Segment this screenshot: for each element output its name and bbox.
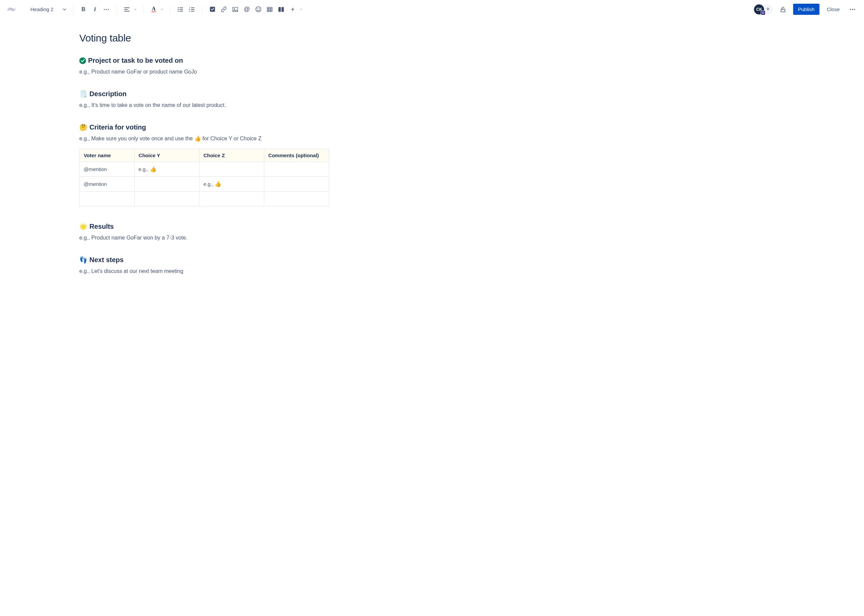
bullet-list-button[interactable]: [175, 4, 186, 15]
link-icon: [221, 6, 227, 13]
notepad-icon: 🗒️: [79, 91, 87, 97]
svg-point-1: [106, 9, 107, 10]
section-body-results[interactable]: e.g., Product name GoFar won by a 7-3 vo…: [79, 234, 329, 242]
table-header[interactable]: Choice Z: [199, 149, 264, 162]
table-cell[interactable]: e.g., 👍: [199, 177, 264, 192]
thumbs-up-icon: 👍: [194, 136, 201, 141]
table-row[interactable]: [80, 192, 329, 206]
table-cell[interactable]: [264, 192, 329, 206]
thumbs-up-icon: 👍: [150, 166, 157, 172]
voting-table[interactable]: Voter name Choice Y Choice Z Comments (o…: [79, 149, 329, 206]
close-button[interactable]: Close: [823, 4, 843, 15]
section-heading-project[interactable]: Project or task to be voted on: [79, 57, 329, 64]
section-body-project[interactable]: e.g., Product name GoFar or product name…: [79, 68, 329, 76]
table-cell[interactable]: [80, 192, 135, 206]
section-body-next-steps[interactable]: e.g., Let's discuss at our next team mee…: [79, 267, 329, 275]
table-button[interactable]: [264, 4, 275, 15]
page-title[interactable]: Voting table: [79, 32, 329, 44]
document-body[interactable]: Voting table Project or task to be voted…: [76, 32, 332, 275]
section-heading-criteria[interactable]: 🤔 Criteria for voting: [79, 124, 329, 131]
text-color-dropdown-toggle[interactable]: [159, 4, 165, 15]
svg-point-21: [256, 7, 261, 12]
chevron-down-icon: [300, 8, 302, 11]
restrictions-button[interactable]: [777, 3, 789, 16]
toolbar-separator: [73, 5, 73, 14]
image-icon: [233, 7, 238, 12]
table-cell[interactable]: [199, 162, 264, 177]
svg-point-20: [234, 8, 235, 9]
svg-point-23: [259, 8, 260, 9]
toolbar-separator: [116, 5, 117, 14]
image-button[interactable]: [230, 4, 241, 15]
thumbs-up-icon: 👍: [215, 181, 221, 187]
svg-point-33: [852, 9, 853, 10]
insert-more-toggle[interactable]: [298, 4, 304, 15]
section-heading-text: Criteria for voting: [90, 124, 146, 131]
thinking-face-icon: 🤔: [79, 124, 87, 130]
numbered-list-button[interactable]: 123: [186, 4, 197, 15]
checkbox-icon: [210, 7, 215, 12]
chevron-down-icon: [134, 8, 136, 11]
layouts-button[interactable]: [276, 4, 286, 15]
alignment-dropdown[interactable]: [121, 4, 138, 15]
svg-point-34: [854, 9, 855, 10]
table-row[interactable]: @mention e.g., 👍: [80, 162, 329, 177]
chevron-down-icon: [63, 8, 66, 11]
layouts-icon: [279, 7, 284, 12]
insert-group: @ +: [207, 4, 304, 15]
table-header[interactable]: Voter name: [80, 149, 135, 162]
table-cell[interactable]: [199, 192, 264, 206]
more-format-button[interactable]: [101, 4, 112, 15]
mention-button[interactable]: @: [241, 4, 252, 15]
svg-point-6: [178, 7, 179, 8]
text-color-dropdown[interactable]: A: [148, 4, 165, 15]
table-cell[interactable]: [134, 192, 199, 206]
table-cell[interactable]: @mention: [80, 162, 135, 177]
section-body-criteria[interactable]: e.g., Make sure you only vote once and u…: [79, 135, 329, 143]
table-cell[interactable]: [134, 177, 199, 192]
table-cell[interactable]: e.g., 👍: [134, 162, 199, 177]
toolbar-right: CK C + Publish Close: [754, 3, 858, 16]
footprints-icon: 👣: [79, 257, 87, 263]
align-button[interactable]: [121, 4, 132, 15]
more-actions-button[interactable]: [847, 4, 858, 15]
section-heading-results[interactable]: 🌟 Results: [79, 223, 329, 230]
table-cell[interactable]: [264, 162, 329, 177]
insert-more-button[interactable]: +: [287, 4, 298, 15]
section-heading-description[interactable]: 🗒️ Description: [79, 90, 329, 98]
svg-rect-29: [279, 7, 281, 12]
publish-button[interactable]: Publish: [793, 4, 819, 15]
toolbar-separator: [202, 5, 202, 14]
table-cell[interactable]: [264, 177, 329, 192]
toolbar-separator: [170, 5, 170, 14]
insert-more-dropdown[interactable]: +: [287, 4, 304, 15]
table-cell[interactable]: @mention: [80, 177, 135, 192]
avatar[interactable]: CK C: [754, 5, 764, 14]
table-header[interactable]: Choice Y: [134, 149, 199, 162]
table-header-row: Voter name Choice Y Choice Z Comments (o…: [80, 149, 329, 162]
section-body-description[interactable]: e.g., It's time to take a vote on the na…: [79, 101, 329, 109]
dots-icon: [104, 9, 109, 10]
unlocked-icon: [780, 6, 786, 13]
numbered-list-icon: 123: [189, 7, 194, 12]
chevron-down-icon: [161, 8, 163, 11]
svg-point-10: [178, 11, 179, 11]
bullet-list-icon: [178, 7, 183, 12]
action-item-button[interactable]: [207, 4, 218, 15]
italic-button[interactable]: I: [90, 4, 100, 15]
align-dropdown-toggle[interactable]: [132, 4, 138, 15]
star-icon: 🌟: [79, 223, 87, 230]
link-button[interactable]: [218, 4, 229, 15]
emoji-button[interactable]: [253, 4, 264, 15]
svg-point-32: [850, 9, 851, 10]
text-format-group: B I: [78, 4, 112, 15]
heading-selector[interactable]: Heading 2: [27, 5, 68, 14]
section-heading-next-steps[interactable]: 👣 Next steps: [79, 256, 329, 264]
section-heading-text: Description: [90, 90, 127, 98]
section-heading-text: Next steps: [90, 256, 124, 264]
avatar-badge: C: [761, 11, 766, 15]
table-header[interactable]: Comments (optional): [264, 149, 329, 162]
text-color-button[interactable]: A: [148, 4, 159, 15]
bold-button[interactable]: B: [78, 4, 89, 15]
table-row[interactable]: @mention e.g., 👍: [80, 177, 329, 192]
